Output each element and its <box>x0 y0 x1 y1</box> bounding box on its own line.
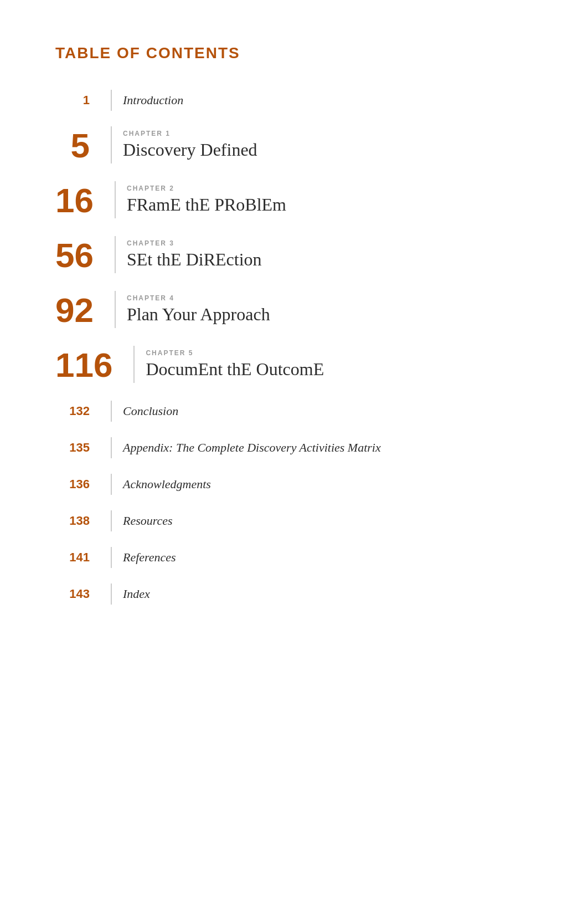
divider-chapter5 <box>133 346 135 383</box>
toc-entry-chapter2[interactable]: 16CHAPTER 2FRamE thE PRoBlEm <box>55 181 533 218</box>
simple-title-appendix: Appendix: The Complete Discovery Activit… <box>123 441 381 455</box>
entry-content-index: Index <box>123 584 150 605</box>
toc-entry-index[interactable]: 143Index <box>55 584 533 605</box>
entry-content-chapter5: CHAPTER 5DocumEnt thE OutcomE <box>146 346 324 383</box>
toc-entry-appendix[interactable]: 135Appendix: The Complete Discovery Acti… <box>55 437 533 458</box>
entry-content-chapter2: CHAPTER 2FRamE thE PRoBlEm <box>127 181 286 218</box>
toc-entry-resources[interactable]: 138Resources <box>55 510 533 531</box>
entry-content-appendix: Appendix: The Complete Discovery Activit… <box>123 437 381 458</box>
page-number-chapter4: 92 <box>55 291 104 328</box>
chapter-label-chapter4: CHAPTER 4 <box>127 294 270 302</box>
toc-entry-introduction[interactable]: 1Introduction <box>55 90 533 111</box>
entry-content-chapter4: CHAPTER 4Plan Your Approach <box>127 291 270 328</box>
entry-content-conclusion: Conclusion <box>123 401 178 422</box>
simple-title-references: References <box>123 550 176 565</box>
page-number-acknowledgments: 136 <box>55 474 100 495</box>
table-of-contents: 1Introduction5CHAPTER 1Discovery Defined… <box>55 90 533 620</box>
toc-entry-acknowledgments[interactable]: 136Acknowledgments <box>55 474 533 495</box>
chapter-title-chapter4: Plan Your Approach <box>127 304 270 325</box>
entry-content-chapter3: CHAPTER 3SEt thE DiREction <box>127 236 262 273</box>
page-number-appendix: 135 <box>55 437 100 458</box>
toc-entry-references[interactable]: 141References <box>55 547 533 568</box>
simple-title-resources: Resources <box>123 514 173 528</box>
divider-introduction <box>111 90 112 111</box>
page-number-chapter5: 116 <box>55 346 122 383</box>
page-number-references: 141 <box>55 547 100 568</box>
divider-chapter2 <box>115 181 116 218</box>
chapter-label-chapter1: CHAPTER 1 <box>123 130 257 137</box>
divider-index <box>111 584 112 605</box>
simple-title-index: Index <box>123 587 150 601</box>
simple-title-introduction: Introduction <box>123 93 183 108</box>
page-number-chapter2: 16 <box>55 181 104 218</box>
page-title: TABLE OF CONTENTS <box>55 44 533 62</box>
divider-conclusion <box>111 401 112 422</box>
divider-chapter1 <box>111 126 112 163</box>
chapter-title-chapter5: DocumEnt thE OutcomE <box>146 359 324 380</box>
chapter-title-chapter3: SEt thE DiREction <box>127 249 262 270</box>
divider-appendix <box>111 437 112 458</box>
divider-references <box>111 547 112 568</box>
toc-entry-chapter3[interactable]: 56CHAPTER 3SEt thE DiREction <box>55 236 533 273</box>
page-number-index: 143 <box>55 584 100 605</box>
toc-entry-chapter1[interactable]: 5CHAPTER 1Discovery Defined <box>55 126 533 163</box>
page-number-chapter3: 56 <box>55 236 104 273</box>
divider-chapter3 <box>115 236 116 273</box>
entry-content-references: References <box>123 547 176 568</box>
simple-title-conclusion: Conclusion <box>123 404 178 418</box>
chapter-label-chapter2: CHAPTER 2 <box>127 185 286 192</box>
entry-content-resources: Resources <box>123 510 173 531</box>
chapter-label-chapter3: CHAPTER 3 <box>127 239 262 247</box>
chapter-label-chapter5: CHAPTER 5 <box>146 349 324 357</box>
entry-content-acknowledgments: Acknowledgments <box>123 474 211 495</box>
toc-entry-chapter5[interactable]: 116CHAPTER 5DocumEnt thE OutcomE <box>55 346 533 383</box>
entry-content-introduction: Introduction <box>123 90 183 111</box>
simple-title-acknowledgments: Acknowledgments <box>123 477 211 492</box>
chapter-title-chapter2: FRamE thE PRoBlEm <box>127 195 286 215</box>
entry-content-chapter1: CHAPTER 1Discovery Defined <box>123 126 257 163</box>
divider-acknowledgments <box>111 474 112 495</box>
toc-entry-conclusion[interactable]: 132Conclusion <box>55 401 533 422</box>
divider-chapter4 <box>115 291 116 328</box>
page-number-chapter1: 5 <box>55 126 100 163</box>
chapter-title-chapter1: Discovery Defined <box>123 140 257 160</box>
page-number-conclusion: 132 <box>55 401 100 422</box>
page-number-introduction: 1 <box>55 90 100 111</box>
page-number-resources: 138 <box>55 510 100 531</box>
toc-entry-chapter4[interactable]: 92CHAPTER 4Plan Your Approach <box>55 291 533 328</box>
divider-resources <box>111 510 112 531</box>
